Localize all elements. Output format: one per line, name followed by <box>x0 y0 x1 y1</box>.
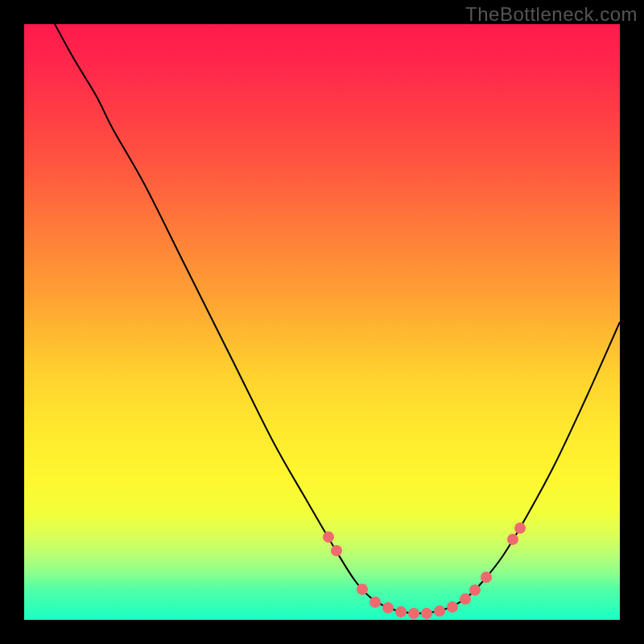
curve-marker <box>481 572 492 583</box>
curve-marker <box>514 522 526 534</box>
curve-marker <box>460 593 471 605</box>
curve-marker <box>408 608 419 619</box>
chart-frame: TheBottleneck.com <box>0 0 644 644</box>
curve-marker <box>447 601 458 613</box>
curve-marker <box>382 602 394 613</box>
curve-markers <box>323 522 526 619</box>
curve-marker <box>434 605 445 617</box>
curve-marker <box>357 584 368 595</box>
watermark-text: TheBottleneck.com <box>465 3 638 26</box>
curve-svg <box>24 24 620 620</box>
curve-marker <box>469 584 481 596</box>
curve-marker <box>323 531 334 543</box>
curve-marker <box>507 534 518 545</box>
response-curve <box>48 24 620 613</box>
curve-marker <box>369 597 381 608</box>
curve-marker <box>421 608 432 619</box>
curve-marker <box>395 606 407 617</box>
curve-marker <box>331 545 342 556</box>
plot-area <box>24 24 620 620</box>
